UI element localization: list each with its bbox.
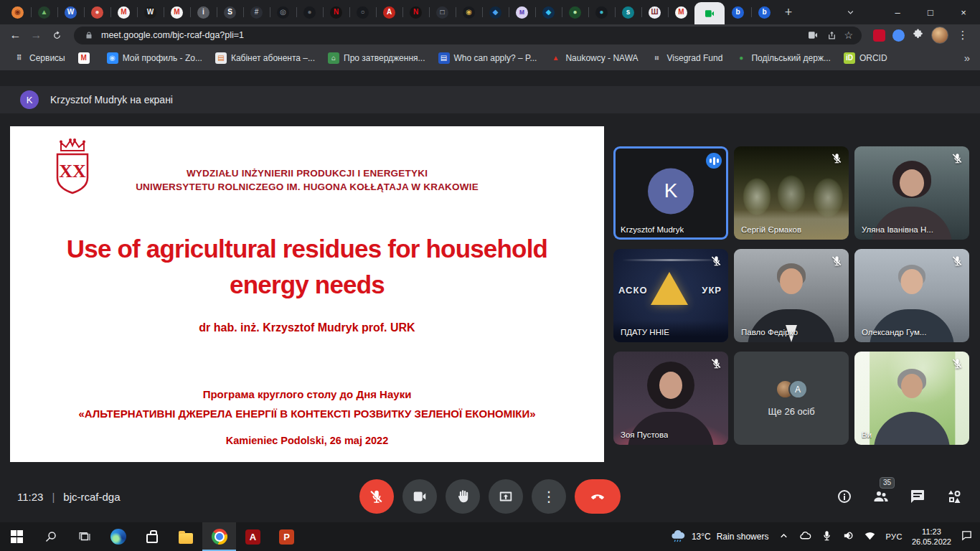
browser-tab[interactable]: ● [562, 0, 588, 24]
browser-tab[interactable]: b [751, 0, 778, 24]
leave-call-button[interactable] [575, 479, 621, 514]
new-tab-button[interactable]: + [778, 1, 799, 23]
taskbar-clock[interactable]: 11:23 26.05.2022 [912, 527, 951, 547]
bookmark-label: Сервисы [29, 53, 65, 63]
browser-tab[interactable]: ● [84, 0, 110, 24]
browser-tab[interactable]: # [243, 0, 270, 24]
bookmark-item[interactable]: ▲ Naukowcy - NAWA [545, 50, 643, 66]
browser-tab[interactable]: M [164, 0, 190, 24]
browser-tab[interactable]: м [509, 0, 535, 24]
browser-tab[interactable]: ● [296, 0, 323, 24]
browser-tab[interactable]: S [217, 0, 243, 24]
bookmarks-overflow-chevron[interactable]: » [960, 52, 974, 64]
back-button[interactable]: ← [6, 26, 25, 45]
tray-mic-icon[interactable] [821, 529, 833, 545]
tab-search-button[interactable] [838, 0, 862, 24]
action-center-icon[interactable] [961, 529, 973, 545]
participants-panel-icon[interactable]: 35 [872, 488, 890, 505]
browser-tab[interactable]: ◎ [270, 0, 296, 24]
browser-tab[interactable]: M [110, 0, 137, 24]
extension-icon[interactable] [892, 29, 905, 42]
participant-tile-oleksandr[interactable]: Олександр Гум... [854, 249, 969, 342]
participant-tile-sergiy-yermakov[interactable]: Сергій Єрмаков [734, 146, 849, 240]
task-view-button[interactable] [67, 522, 101, 551]
browser-tab[interactable]: N [402, 0, 429, 24]
share-icon[interactable] [825, 29, 838, 42]
raise-hand-button[interactable] [446, 479, 480, 514]
browser-tab[interactable]: N [323, 0, 349, 24]
browser-tab[interactable]: b [725, 0, 751, 24]
browser-tab[interactable]: W [137, 0, 164, 24]
tray-expand-chevron-icon[interactable] [778, 529, 790, 545]
meeting-details-icon[interactable] [836, 488, 853, 505]
bookmark-star-icon[interactable]: ☆ [844, 29, 853, 41]
onedrive-cloud-icon[interactable] [799, 529, 811, 545]
active-tab-google-meet[interactable] [694, 2, 725, 24]
taskbar-acrobat-icon[interactable]: A [236, 522, 270, 551]
browser-tab[interactable]: ▲ [31, 0, 57, 24]
bookmark-item[interactable]: ● Подільський держ... [730, 50, 836, 66]
browser-tab[interactable]: M [668, 0, 694, 24]
close-button[interactable]: × [947, 0, 980, 24]
bookmark-item[interactable]: ⌂ Про затвердження... [323, 50, 430, 66]
taskbar-file-explorer-icon[interactable] [169, 522, 202, 551]
browser-tab[interactable]: ◉ [4, 0, 31, 24]
start-button[interactable] [0, 522, 34, 551]
tray-volume-icon[interactable] [842, 529, 854, 545]
taskbar-powerpoint-icon[interactable]: P [270, 522, 303, 551]
maximize-button[interactable]: □ [914, 0, 947, 24]
presenter-avatar: K [20, 90, 39, 109]
browser-tab[interactable]: Ш [641, 0, 668, 24]
browser-tab[interactable]: ● [588, 0, 615, 24]
taskbar-store-icon[interactable] [135, 522, 169, 551]
present-screen-button[interactable] [489, 479, 523, 514]
bookmark-item[interactable]: M [73, 50, 99, 66]
browser-tab[interactable]: ◉ [456, 0, 482, 24]
participant-tile-pavlo-fedirko[interactable]: Павло Федірко [734, 249, 849, 342]
browser-menu-icon[interactable]: ⋮ [956, 29, 970, 42]
browser-tab[interactable]: A [376, 0, 402, 24]
mic-toggle-button[interactable] [359, 479, 394, 514]
taskbar-edge-icon[interactable] [101, 522, 135, 551]
mic-muted-icon [831, 152, 843, 164]
bookmark-item[interactable]: ⠶ Visegrad Fund [646, 50, 728, 66]
bookmark-item[interactable]: ▤ Кабінет абонента –... [210, 50, 320, 66]
browser-tab[interactable]: ◆ [482, 0, 509, 24]
browser-tab[interactable]: i [190, 0, 217, 24]
minimize-button[interactable]: – [881, 0, 914, 24]
browser-tab[interactable]: ○ [349, 0, 376, 24]
participant-tile-krzysztof-mudryk[interactable]: K Krzysztof Mudryk [613, 146, 728, 240]
browser-tab[interactable]: ◆ [535, 0, 562, 24]
bookmark-item[interactable]: ◉ Мой профиль - Zo... [102, 50, 207, 66]
tray-network-icon[interactable] [864, 529, 876, 545]
camera-permission-icon[interactable] [806, 29, 819, 42]
activities-panel-icon[interactable] [946, 488, 963, 505]
meeting-time: 11:23 [17, 491, 43, 503]
bookmark-item[interactable]: iD ORCID [839, 50, 892, 66]
reload-button[interactable] [47, 26, 67, 45]
language-indicator[interactable]: РУС [885, 532, 903, 541]
more-options-button[interactable]: ⋮ [532, 479, 566, 514]
browser-tab[interactable]: W [57, 0, 84, 24]
browser-tab[interactable]: □ [429, 0, 456, 24]
participant-tile-zoya-pustova[interactable]: Зоя Пустова [613, 352, 728, 445]
adblock-extension-icon[interactable] [873, 29, 885, 42]
participant-tile-pdatu-nnie[interactable]: АСКО УКР ПДАТУ ННІЕ [613, 249, 728, 342]
taskbar-chrome-icon[interactable] [202, 522, 236, 551]
camera-toggle-button[interactable] [402, 479, 437, 514]
address-bar[interactable]: meet.google.com/bjc-rcaf-dga?pli=1 ☆ [74, 27, 862, 44]
bookmark-item[interactable]: ⠿ Сервисы [9, 50, 70, 66]
weather-icon [670, 529, 686, 545]
more-participants-label: Ще 26 осіб [768, 406, 814, 417]
participant-tile-ulyana[interactable]: Уляна Іванівна Н... [854, 146, 969, 240]
more-participants-tile[interactable]: A Ще 26 осіб [734, 352, 849, 445]
participant-tile-you[interactable]: Ви [854, 352, 969, 445]
browser-tab[interactable]: s [615, 0, 641, 24]
chat-panel-icon[interactable] [909, 488, 926, 505]
bookmark-item[interactable]: ▤ Who can apply? – P... [433, 50, 542, 66]
taskbar-search-button[interactable] [34, 522, 67, 551]
weather-widget[interactable]: 13°C Rain showers [670, 529, 769, 545]
profile-avatar[interactable] [931, 27, 948, 44]
forward-button[interactable]: → [27, 26, 46, 45]
extensions-puzzle-icon[interactable] [912, 28, 924, 43]
